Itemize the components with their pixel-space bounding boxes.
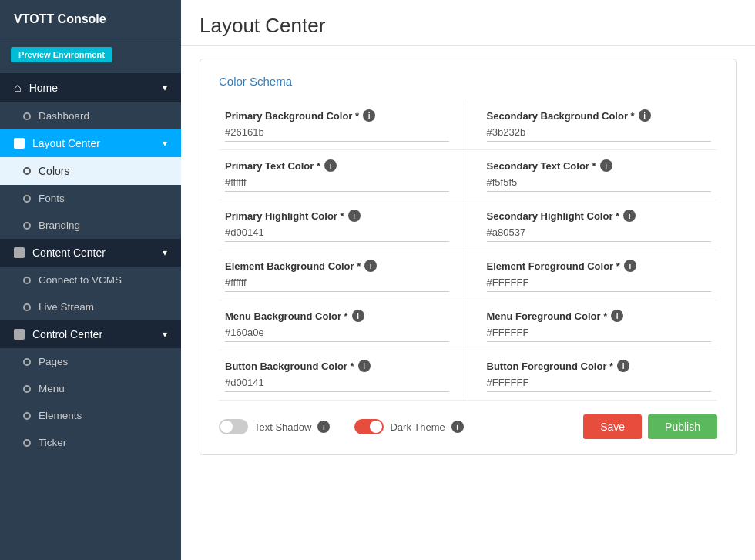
button-fg-label: Button Foreground Color * i bbox=[487, 360, 712, 372]
primary-bg-field: Primary Background Color * i #26161b bbox=[219, 100, 468, 150]
secondary-highlight-field: Secondary Highlight Color * i #a80537 bbox=[468, 200, 718, 250]
secondary-bg-label: Secondary Background Color * i bbox=[487, 109, 712, 122]
text-shadow-toggle-row: Text Shadow i bbox=[219, 419, 330, 434]
sidebar-item-label: Fonts bbox=[39, 193, 65, 204]
sidebar-item-label: Branding bbox=[39, 220, 80, 231]
primary-text-field: Primary Text Color * i #ffffff bbox=[219, 150, 468, 200]
square-icon bbox=[14, 329, 25, 340]
color-schema-card: Color Schema Primary Background Color * … bbox=[200, 59, 737, 455]
primary-text-label: Primary Text Color * i bbox=[225, 159, 449, 172]
secondary-bg-value: #3b232b bbox=[487, 126, 712, 142]
sidebar-item-label: Elements bbox=[39, 410, 82, 421]
info-icon[interactable]: i bbox=[348, 210, 361, 222]
circle-icon bbox=[23, 385, 31, 393]
info-icon[interactable]: i bbox=[611, 310, 623, 322]
secondary-text-field: Secondary Text Color * i #f5f5f5 bbox=[468, 150, 718, 200]
sidebar-item-label: Control Center bbox=[32, 328, 102, 340]
sidebar-item-control-center[interactable]: Control Center ▾ bbox=[0, 320, 181, 348]
info-icon[interactable]: i bbox=[363, 109, 375, 122]
sidebar-item-label: Pages bbox=[39, 356, 68, 367]
sidebar-item-ticker[interactable]: Ticker bbox=[0, 429, 181, 456]
sidebar-item-dashboard[interactable]: Dashboard bbox=[0, 102, 181, 129]
chevron-down-icon: ▾ bbox=[163, 247, 167, 258]
info-icon[interactable]: i bbox=[624, 260, 636, 272]
sidebar-item-label: Home bbox=[29, 82, 58, 94]
element-fg-value: #FFFFFF bbox=[487, 277, 712, 292]
element-fg-label: Element Foreground Color * i bbox=[487, 260, 712, 272]
element-bg-value: #ffffff bbox=[225, 277, 449, 292]
action-buttons: Save Publish bbox=[583, 414, 717, 439]
primary-text-value: #ffffff bbox=[225, 176, 449, 192]
element-bg-field: Element Background Color * i #ffffff bbox=[219, 250, 468, 300]
menu-fg-label: Menu Foreground Color * i bbox=[487, 310, 712, 322]
sidebar-item-label: Dashboard bbox=[39, 110, 89, 122]
menu-fg-value: #FFFFFF bbox=[487, 327, 712, 342]
sidebar: VTOTT Console Preview Environment ⌂ Home… bbox=[0, 0, 181, 560]
info-icon[interactable]: i bbox=[451, 421, 464, 433]
chevron-down-icon: ▾ bbox=[163, 82, 167, 93]
sidebar-item-home[interactable]: ⌂ Home ▾ bbox=[0, 73, 181, 102]
publish-button[interactable]: Publish bbox=[648, 414, 717, 439]
sidebar-nav: ⌂ Home ▾ Dashboard Layout Center ▾ Color… bbox=[0, 70, 181, 560]
dark-theme-toggle-row: Dark Theme i bbox=[354, 419, 463, 434]
element-fg-field: Element Foreground Color * i #FFFFFF bbox=[468, 250, 718, 300]
secondary-highlight-label: Secondary Highlight Color * i bbox=[487, 210, 712, 222]
sidebar-item-connect-vcms[interactable]: Connect to VCMS bbox=[0, 267, 181, 293]
menu-bg-field: Menu Background Color * i #160a0e bbox=[219, 300, 468, 350]
menu-bg-value: #160a0e bbox=[225, 327, 449, 342]
button-bg-value: #d00141 bbox=[225, 377, 449, 392]
info-icon[interactable]: i bbox=[324, 159, 337, 172]
info-icon[interactable]: i bbox=[358, 360, 371, 372]
secondary-text-value: #f5f5f5 bbox=[487, 176, 712, 192]
menu-fg-field: Menu Foreground Color * i #FFFFFF bbox=[468, 300, 718, 350]
info-icon[interactable]: i bbox=[623, 210, 636, 222]
button-fg-value: #FFFFFF bbox=[487, 377, 712, 392]
menu-bg-label: Menu Background Color * i bbox=[225, 310, 449, 322]
sidebar-title: VTOTT Console bbox=[0, 0, 181, 39]
button-fg-field: Button Foreground Color * i #FFFFFF bbox=[468, 350, 718, 401]
sidebar-item-label: Menu bbox=[39, 383, 65, 394]
circle-icon bbox=[23, 277, 31, 284]
sidebar-item-elements[interactable]: Elements bbox=[0, 402, 181, 429]
color-fields-grid: Primary Background Color * i #26161b Sec… bbox=[219, 100, 717, 401]
info-icon[interactable]: i bbox=[639, 109, 651, 122]
sidebar-item-label: Connect to VCMS bbox=[39, 274, 122, 286]
dark-theme-label: Dark Theme bbox=[390, 421, 445, 433]
secondary-bg-field: Secondary Background Color * i #3b232b bbox=[468, 100, 718, 150]
main-scroll-area: Color Schema Primary Background Color * … bbox=[181, 46, 755, 560]
text-shadow-toggle[interactable] bbox=[219, 419, 248, 434]
square-icon bbox=[14, 247, 25, 258]
sidebar-item-label: Colors bbox=[39, 165, 69, 177]
element-bg-label: Element Background Color * i bbox=[225, 260, 449, 272]
preview-environment-badge[interactable]: Preview Environment bbox=[0, 39, 181, 70]
info-icon[interactable]: i bbox=[317, 421, 330, 433]
info-icon[interactable]: i bbox=[617, 360, 629, 372]
info-icon[interactable]: i bbox=[352, 310, 364, 322]
circle-icon bbox=[23, 303, 31, 311]
circle-icon bbox=[23, 167, 31, 175]
info-icon[interactable]: i bbox=[600, 159, 612, 172]
sidebar-item-branding[interactable]: Branding bbox=[0, 212, 181, 239]
circle-icon bbox=[23, 412, 31, 420]
sidebar-item-colors[interactable]: Colors bbox=[0, 157, 181, 185]
sidebar-item-fonts[interactable]: Fonts bbox=[0, 185, 181, 212]
sidebar-item-pages[interactable]: Pages bbox=[0, 348, 181, 375]
sidebar-item-menu[interactable]: Menu bbox=[0, 375, 181, 402]
circle-icon bbox=[23, 439, 31, 447]
primary-highlight-label: Primary Highlight Color * i bbox=[225, 210, 449, 222]
main-content-area: Layout Center Color Schema Primary Backg… bbox=[181, 0, 755, 560]
main-header: Layout Center bbox=[181, 0, 755, 46]
sidebar-item-content-center[interactable]: Content Center ▾ bbox=[0, 239, 181, 267]
sidebar-item-live-stream[interactable]: Live Stream bbox=[0, 293, 181, 320]
info-icon[interactable]: i bbox=[364, 260, 377, 272]
primary-bg-label: Primary Background Color * i bbox=[225, 109, 449, 122]
secondary-text-label: Secondary Text Color * i bbox=[487, 159, 712, 172]
save-button[interactable]: Save bbox=[583, 414, 642, 439]
sidebar-item-layout-center[interactable]: Layout Center ▾ bbox=[0, 129, 181, 157]
circle-icon bbox=[23, 195, 31, 203]
sidebar-item-label: Ticker bbox=[39, 437, 66, 448]
dark-theme-toggle[interactable] bbox=[354, 419, 384, 434]
button-bg-label: Button Background Color * i bbox=[225, 360, 449, 372]
bottom-row: Text Shadow i Dark Theme i Save Publish bbox=[219, 404, 717, 439]
primary-bg-value: #26161b bbox=[225, 126, 449, 142]
